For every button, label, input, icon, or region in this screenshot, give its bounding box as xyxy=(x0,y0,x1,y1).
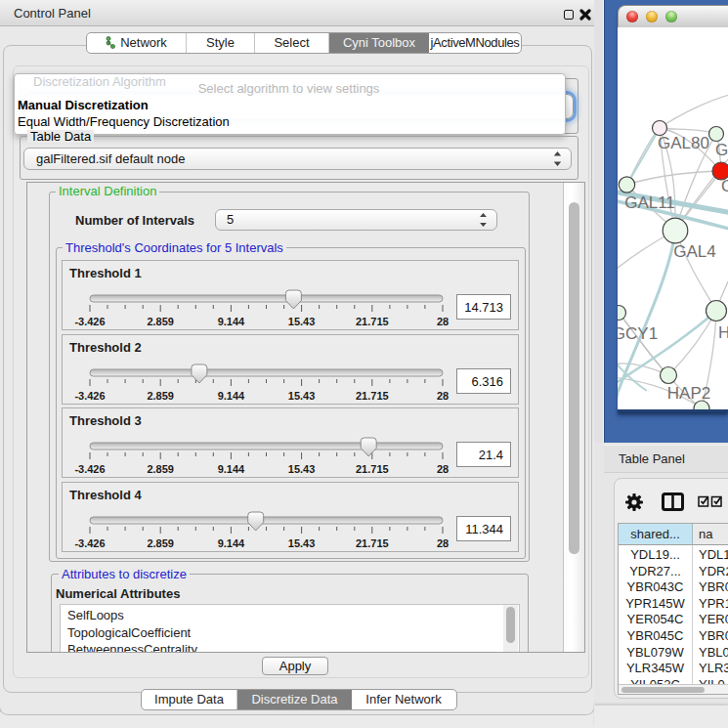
svg-text:GAL: GAL xyxy=(715,141,728,159)
svg-text:-3.426: -3.426 xyxy=(74,463,105,475)
svg-text:21.715: 21.715 xyxy=(356,390,389,402)
svg-text:21.715: 21.715 xyxy=(356,463,389,475)
svg-text:C: C xyxy=(721,177,728,195)
svg-text:28: 28 xyxy=(437,390,449,402)
svg-text:H: H xyxy=(718,323,728,342)
svg-text:15.43: 15.43 xyxy=(288,537,316,549)
svg-text:21.715: 21.715 xyxy=(356,316,389,327)
svg-text:-3.426: -3.426 xyxy=(74,537,105,549)
svg-text:9.144: 9.144 xyxy=(218,537,245,549)
svg-text:9.144: 9.144 xyxy=(218,316,245,327)
svg-text:HAP2: HAP2 xyxy=(667,384,710,403)
svg-text:9.144: 9.144 xyxy=(218,463,245,475)
svg-text:28: 28 xyxy=(437,463,449,475)
svg-text:15.43: 15.43 xyxy=(288,463,316,475)
svg-text:28: 28 xyxy=(437,537,449,549)
svg-text:2.859: 2.859 xyxy=(147,316,174,327)
svg-text:15.43: 15.43 xyxy=(288,390,316,402)
svg-text:-3.426: -3.426 xyxy=(74,316,105,327)
svg-text:2.859: 2.859 xyxy=(147,390,174,402)
svg-text:28: 28 xyxy=(437,316,449,327)
svg-text:GAL4: GAL4 xyxy=(673,242,715,261)
svg-text:15.43: 15.43 xyxy=(288,316,316,327)
svg-text:GCY1: GCY1 xyxy=(618,324,658,343)
svg-text:GAL80: GAL80 xyxy=(658,134,709,152)
svg-text:2.859: 2.859 xyxy=(147,537,174,549)
svg-text:-3.426: -3.426 xyxy=(74,390,105,402)
svg-text:21.715: 21.715 xyxy=(356,537,389,549)
svg-text:2.859: 2.859 xyxy=(147,463,174,475)
svg-text:9.144: 9.144 xyxy=(218,390,245,402)
svg-text:GAL11: GAL11 xyxy=(624,193,675,212)
